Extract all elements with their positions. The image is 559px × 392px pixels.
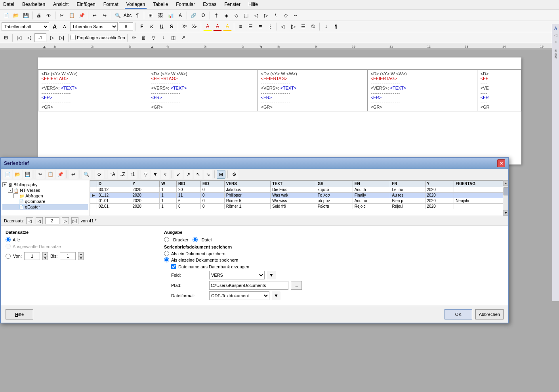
special-char-button[interactable]: Ω bbox=[199, 11, 208, 20]
font-select[interactable]: Liberation Sans bbox=[70, 22, 118, 31]
font-size-input[interactable] bbox=[119, 22, 133, 31]
menu-tabelle[interactable]: Tabelle bbox=[151, 1, 170, 9]
dt-import1-btn[interactable]: ↙ bbox=[174, 170, 183, 179]
bis-input[interactable] bbox=[60, 252, 76, 260]
mm-sort-btn[interactable]: ↕ bbox=[159, 33, 168, 42]
find-button[interactable]: 🔍 bbox=[113, 11, 122, 20]
mm-record-btn[interactable]: ⊞ bbox=[2, 33, 10, 42]
scroll-down-btn[interactable]: ▼ bbox=[503, 210, 508, 216]
more4-button[interactable]: ◁ bbox=[252, 11, 260, 20]
subscript-button[interactable]: X₂ bbox=[190, 22, 199, 31]
table-row[interactable]: ▶ 31.12. 2020 1 11 0 Philipper Was wak Τ… bbox=[90, 193, 508, 198]
strikethrough-button[interactable]: S bbox=[167, 22, 176, 31]
paste-button[interactable]: 📌 bbox=[77, 11, 86, 20]
mm-last-btn[interactable]: ▷| bbox=[57, 33, 66, 42]
footnote-button[interactable]: † bbox=[212, 11, 221, 20]
col-header-W[interactable]: W bbox=[160, 181, 177, 187]
expand-abfragen[interactable]: - bbox=[13, 193, 18, 198]
radio-drucker[interactable] bbox=[164, 237, 169, 242]
list-btn[interactable]: ☰ bbox=[299, 22, 307, 31]
indent-less-btn[interactable]: ◁| bbox=[279, 22, 288, 31]
menu-bearbeiten[interactable]: Bearbeiten bbox=[21, 1, 47, 9]
mm-exclude-checkbox[interactable] bbox=[71, 35, 76, 40]
dt-new-btn[interactable]: 📄 bbox=[3, 170, 12, 179]
col-header-GR[interactable]: GR bbox=[316, 181, 353, 187]
ok-button[interactable]: OK bbox=[445, 309, 472, 319]
von-up-btn[interactable]: ▲ bbox=[42, 252, 48, 256]
right-panel-icon-1[interactable]: A bbox=[554, 26, 557, 31]
von-input[interactable] bbox=[24, 252, 40, 260]
menu-vorlagen[interactable]: Vorlagen bbox=[125, 1, 147, 9]
dt-save-btn[interactable]: 💾 bbox=[23, 170, 32, 179]
radio-ausgewaehlte[interactable] bbox=[6, 244, 11, 249]
preview-button[interactable]: 👁 bbox=[44, 11, 53, 20]
col-header-EN[interactable]: EN bbox=[353, 181, 390, 187]
radio-datei[interactable] bbox=[193, 237, 198, 242]
align-justify-btn[interactable]: ⋮ bbox=[266, 22, 275, 31]
increase-font-btn[interactable]: A bbox=[50, 22, 59, 31]
align-button[interactable]: ↔ bbox=[291, 11, 300, 20]
bold-button[interactable]: F bbox=[137, 22, 146, 31]
tree-item-qcompare[interactable]: 📄 qCompare bbox=[2, 199, 88, 204]
table-scrollbar[interactable]: ▲ ▼ bbox=[503, 180, 508, 216]
menu-formular[interactable]: Formular bbox=[174, 1, 197, 9]
mm-prev-btn[interactable]: ◁ bbox=[25, 33, 33, 42]
expand-bibliography[interactable]: + bbox=[2, 182, 7, 187]
nav-current-input[interactable] bbox=[45, 217, 59, 224]
spellcheck-button[interactable]: Abc bbox=[123, 11, 132, 20]
chart-button[interactable]: 📊 bbox=[166, 11, 175, 20]
menu-einfuegen[interactable]: Einfügen bbox=[75, 1, 97, 9]
tree-item-qeaster[interactable]: 📄 qEaster bbox=[2, 204, 88, 210]
linespacing-btn[interactable]: ↕ bbox=[322, 22, 330, 31]
redo-button[interactable]: ↪ bbox=[100, 11, 109, 20]
dt-find-btn[interactable]: 🔍 bbox=[82, 170, 91, 179]
scroll-thumb[interactable] bbox=[504, 187, 508, 195]
align-right-btn[interactable]: ≣ bbox=[256, 22, 265, 31]
highlight-button[interactable]: A bbox=[203, 22, 212, 31]
table-cell-4[interactable]: <D> <FE ---- <VE ---- <FR ---- <GR bbox=[477, 70, 521, 111]
table-row[interactable]: 30.12. 2020 1 20 0 Jakobus Die Fruc καρπ… bbox=[90, 187, 508, 193]
pfad-input[interactable] bbox=[209, 281, 288, 290]
nav-last-btn[interactable]: ▷| bbox=[71, 217, 78, 224]
col-header-Y2[interactable]: Y bbox=[425, 181, 454, 187]
table-cell-3[interactable]: <D> (<Y> W <W>) <FEIERTAG> -------------… bbox=[367, 70, 477, 111]
table-button[interactable]: ⊞ bbox=[146, 11, 155, 20]
right-panel-icon-2[interactable]: ◁ bbox=[554, 33, 557, 37]
abbrechen-button[interactable]: Abbrechen bbox=[475, 309, 504, 319]
style-select[interactable]: Tabelleninhalt bbox=[2, 22, 49, 31]
mm-delete-btn[interactable]: 🗑 bbox=[139, 33, 148, 42]
von-down-btn[interactable]: ▼ bbox=[42, 256, 48, 260]
mm-filter-btn[interactable]: ▽ bbox=[149, 33, 158, 42]
line-button[interactable]: \ bbox=[271, 11, 280, 20]
dt-filter3-btn[interactable]: ▿ bbox=[161, 170, 170, 179]
radio-alle[interactable] bbox=[6, 237, 11, 242]
dt-paste-btn[interactable]: 📌 bbox=[56, 170, 65, 179]
dt-refresh-btn[interactable]: ⟳ bbox=[95, 170, 104, 179]
col-header-TEXT[interactable]: TEXT bbox=[271, 181, 316, 187]
dt-undo-btn[interactable]: ↩ bbox=[69, 170, 78, 179]
underline-button[interactable]: U bbox=[157, 22, 166, 31]
col-header-BID[interactable]: BID bbox=[177, 181, 201, 187]
para-btn[interactable]: ¶ bbox=[332, 22, 340, 31]
more1-button[interactable]: ◈ bbox=[222, 11, 231, 20]
col-header-arrow[interactable] bbox=[90, 181, 97, 187]
menu-extras[interactable]: Extras bbox=[201, 1, 218, 9]
image-button[interactable]: 🖼 bbox=[156, 11, 165, 20]
dt-sort-num-btn[interactable]: ↑1 bbox=[128, 170, 137, 179]
tree-item-ntverses[interactable]: - 📋 NT-Verses bbox=[2, 187, 88, 193]
scroll-up-btn[interactable]: ▲ bbox=[503, 180, 508, 186]
col-header-VERS[interactable]: VERS bbox=[224, 181, 271, 187]
tree-item-bibliography[interactable]: + 🗄 Bibliography bbox=[2, 182, 88, 187]
bgcolor-button[interactable]: A bbox=[223, 22, 232, 31]
indent-more-btn[interactable]: |▷ bbox=[289, 22, 298, 31]
undo-button[interactable]: ↩ bbox=[90, 11, 99, 20]
bis-up-btn[interactable]: ▲ bbox=[78, 252, 84, 256]
fontcolor-button[interactable]: A bbox=[213, 22, 222, 31]
radio-ein-dokument[interactable] bbox=[164, 251, 169, 256]
dt-data-view-btn[interactable]: ⊞ bbox=[217, 170, 225, 179]
align-left-btn[interactable]: ≡ bbox=[236, 22, 245, 31]
mm-record-input[interactable] bbox=[34, 33, 46, 42]
expand-ntverses[interactable]: - bbox=[8, 188, 13, 193]
mm-data-btn[interactable]: ◫ bbox=[169, 33, 178, 42]
textbox-button[interactable]: A bbox=[176, 11, 185, 20]
